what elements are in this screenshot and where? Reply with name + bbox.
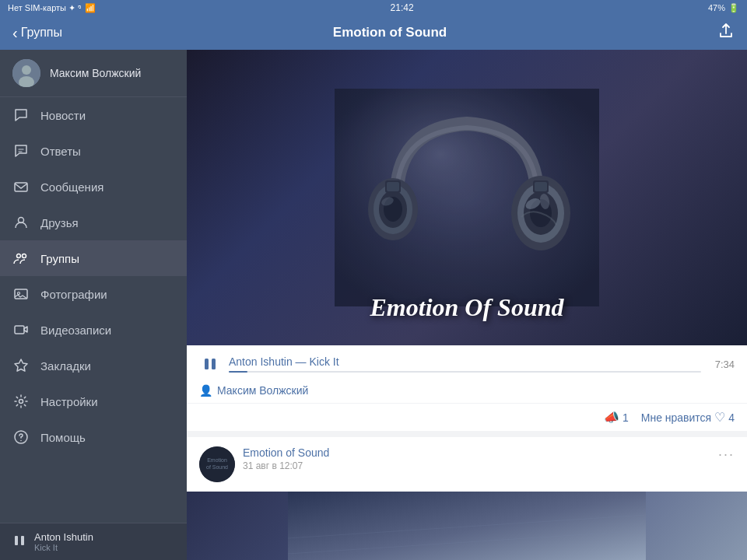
sidebar-item-label: Фотографии: [40, 288, 107, 301]
svg-point-5: [17, 254, 21, 258]
svg-point-6: [23, 254, 26, 258]
sidebar-item-friends[interactable]: Друзья: [0, 205, 187, 240]
sidebar-item-label: Сообщения: [40, 180, 103, 194]
mini-player: Anton Ishutin Kick It: [0, 523, 187, 560]
sidebar-header: Максим Волжский: [0, 50, 187, 97]
group-avatar: Emotion of Sound: [199, 446, 235, 482]
audio-player-row: Anton Ishutin — Kick It 7:34: [187, 345, 747, 381]
sidebar-item-video[interactable]: Видеозаписи: [0, 312, 187, 348]
carrier-text: Нет SIM-карты ✦ ᵑ: [8, 3, 82, 13]
audio-progress-bar[interactable]: [229, 371, 701, 373]
hero-image: Emotion Of Sound: [187, 50, 747, 345]
status-bar: Нет SIM-карты ✦ ᵑ 📶 21:42 47% 🔋: [0, 0, 747, 16]
sidebar-item-label: Группы: [40, 252, 79, 265]
back-chevron-icon: ‹: [12, 24, 18, 42]
sidebar-item-label: Видеозаписи: [40, 324, 111, 337]
video-icon: [12, 321, 30, 338]
person-icon: [12, 214, 30, 231]
nav-title: Emotion of Sound: [333, 25, 447, 40]
sidebar-item-label: Друзья: [40, 216, 79, 229]
sidebar: Максим Волжский Новости Ответы: [0, 50, 187, 560]
second-post-image: [187, 492, 747, 560]
photo-icon: [12, 285, 30, 303]
mini-player-info: Anton Ishutin Kick It: [34, 531, 174, 552]
post-meta: 👤 Максим Волжский: [187, 381, 747, 403]
svg-rect-32: [205, 359, 209, 369]
svg-point-12: [20, 440, 22, 442]
sidebar-item-news[interactable]: Новости: [0, 97, 187, 133]
reply-icon: [12, 142, 30, 159]
svg-point-10: [19, 400, 23, 404]
svg-point-8: [18, 292, 20, 295]
comment-icon: [12, 107, 30, 124]
repost-count: 1: [622, 411, 629, 424]
post-card-2: Emotion of Sound Emotion of Sound 31 авг…: [187, 437, 747, 560]
heart-icon: ♡: [714, 410, 725, 425]
sidebar-item-help[interactable]: Помощь: [0, 419, 187, 455]
sidebar-item-label: Закладки: [40, 359, 91, 373]
nav-bar: ‹ Группы Emotion of Sound: [0, 16, 747, 50]
post-card-1: Emotion Of Sound Anton Ishutin — Kick It: [187, 50, 747, 431]
star-icon: [12, 357, 30, 374]
sidebar-item-label: Ответы: [40, 145, 81, 158]
status-left: Нет SIM-карты ✦ ᵑ 📶: [8, 3, 96, 13]
repost-button[interactable]: 📣 1: [604, 410, 629, 425]
post-author[interactable]: Максим Волжский: [217, 384, 308, 397]
svg-text:Emotion: Emotion: [207, 457, 227, 463]
back-label: Группы: [21, 26, 62, 40]
svg-rect-3: [15, 183, 27, 191]
author-icon: 👤: [199, 384, 212, 397]
sidebar-item-replies[interactable]: Ответы: [0, 133, 187, 169]
svg-point-1: [22, 65, 31, 75]
svg-rect-33: [212, 359, 216, 369]
hero-title-overlay: Emotion Of Sound: [370, 293, 564, 322]
audio-duration: 7:34: [715, 359, 735, 370]
sidebar-nav: Новости Ответы Сообщения Д: [0, 97, 187, 523]
status-right: 47% 🔋: [708, 3, 739, 13]
mini-player-subtitle: Kick It: [34, 543, 174, 552]
sidebar-item-settings[interactable]: Настройки: [0, 383, 187, 419]
battery-text: 47%: [708, 3, 725, 12]
battery-icon: 🔋: [728, 3, 739, 13]
svg-rect-37: [288, 492, 646, 560]
group-icon: [12, 250, 30, 267]
mini-pause-button[interactable]: [12, 534, 26, 551]
sidebar-item-groups[interactable]: Группы: [0, 240, 187, 276]
main-layout: Максим Волжский Новости Ответы: [0, 50, 747, 560]
audio-track-name: Anton Ishutin — Kick It: [229, 355, 701, 368]
sidebar-item-bookmarks[interactable]: Закладки: [0, 348, 187, 383]
repost-icon: 📣: [604, 410, 619, 425]
second-post-author[interactable]: Emotion of Sound: [243, 446, 710, 459]
content-area[interactable]: Emotion Of Sound Anton Ishutin — Kick It: [187, 50, 747, 560]
mini-player-title: Anton Ishutin: [34, 531, 174, 543]
pause-button[interactable]: [199, 353, 221, 375]
audio-info: Anton Ishutin — Kick It: [229, 355, 701, 373]
share-button[interactable]: [717, 23, 735, 44]
second-post-meta: Emotion of Sound 31 авг в 12:07: [243, 446, 710, 471]
gear-icon: [12, 393, 30, 410]
help-icon: [12, 429, 30, 446]
status-time: 21:42: [391, 2, 414, 13]
sidebar-item-messages[interactable]: Сообщения: [0, 169, 187, 205]
avatar: [12, 59, 40, 87]
svg-rect-9: [15, 326, 24, 334]
like-button[interactable]: Мне нравится ♡ 4: [641, 410, 735, 425]
like-label: Мне нравится: [641, 411, 711, 424]
sidebar-item-label: Новости: [40, 109, 86, 122]
wifi-icon: 📶: [85, 3, 96, 13]
svg-text:of Sound: of Sound: [206, 464, 228, 470]
sidebar-item-label: Помощь: [40, 431, 86, 444]
more-options-button[interactable]: ···: [718, 446, 735, 463]
sidebar-item-label: Настройки: [40, 395, 98, 408]
like-count: 4: [728, 411, 735, 424]
svg-rect-30: [535, 182, 547, 191]
sidebar-item-photos[interactable]: Фотографии: [0, 276, 187, 312]
mail-icon: [12, 178, 30, 195]
second-post-header: Emotion of Sound Emotion of Sound 31 авг…: [187, 437, 747, 492]
back-button[interactable]: ‹ Группы: [12, 24, 62, 42]
svg-rect-28: [387, 182, 399, 191]
second-post-date: 31 авг в 12:07: [243, 460, 710, 471]
sidebar-username: Максим Волжский: [50, 67, 141, 79]
post-actions: 📣 1 Мне нравится ♡ 4: [187, 403, 747, 431]
svg-rect-14: [21, 536, 24, 545]
